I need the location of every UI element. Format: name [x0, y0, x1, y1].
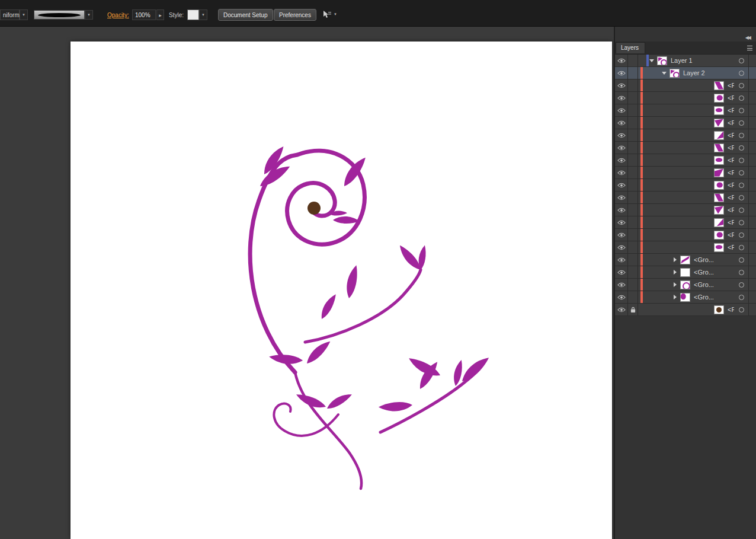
layer-label[interactable]: <Path>	[728, 94, 734, 101]
stroke-profile-chevron-down-icon[interactable]: ▼	[20, 9, 28, 20]
visibility-toggle[interactable]	[615, 179, 628, 191]
layer-label[interactable]: <Path>	[728, 244, 734, 251]
layer-thumbnail[interactable]	[669, 69, 680, 78]
lock-toggle[interactable]	[628, 154, 638, 166]
layer-row-content[interactable]: <Path>	[638, 104, 734, 116]
layer-label[interactable]: <Path>	[728, 169, 734, 176]
layer-label[interactable]: <Path>	[728, 194, 734, 201]
layer-thumbnail[interactable]	[714, 143, 724, 152]
layer-row[interactable]: <Path>	[615, 154, 756, 167]
lock-toggle[interactable]	[628, 254, 638, 266]
opacity-input[interactable]: 100%	[132, 9, 156, 20]
lock-toggle[interactable]	[628, 266, 638, 278]
visibility-toggle[interactable]	[615, 79, 628, 91]
layer-thumbnail[interactable]	[680, 293, 690, 302]
layer-row[interactable]: <Gro...	[615, 254, 756, 266]
target-circle[interactable]	[734, 67, 748, 79]
layer-row-content[interactable]: <Path>	[638, 129, 734, 141]
target-circle[interactable]	[734, 154, 748, 166]
panel-menu-icon[interactable]	[745, 45, 754, 51]
layer-thumbnail[interactable]	[714, 81, 724, 90]
target-circle[interactable]	[734, 266, 748, 278]
select-similar-chevron-down-icon[interactable]: ▼	[334, 12, 337, 16]
layer-thumbnail[interactable]	[714, 106, 724, 115]
stroke-profile-select[interactable]: niform	[0, 9, 20, 20]
layer-row[interactable]: <Path>	[615, 92, 756, 104]
layer-label[interactable]: Layer 2	[683, 69, 705, 76]
layer-row-content[interactable]: <Gro...	[638, 291, 734, 303]
visibility-toggle[interactable]	[615, 254, 628, 266]
visibility-toggle[interactable]	[615, 67, 628, 79]
layer-row-content[interactable]: <Path>	[638, 229, 734, 241]
layer-label[interactable]: <Path>	[728, 181, 734, 189]
visibility-toggle[interactable]	[615, 117, 628, 129]
layer-thumbnail[interactable]	[680, 256, 690, 264]
layer-thumbnail[interactable]	[680, 280, 690, 289]
target-circle[interactable]	[734, 117, 748, 129]
lock-toggle[interactable]	[628, 79, 638, 91]
select-similar-options-button[interactable]	[321, 10, 332, 20]
layer-thumbnail[interactable]	[714, 181, 724, 190]
layer-thumbnail[interactable]	[714, 94, 724, 103]
layer-thumbnail[interactable]	[714, 231, 724, 240]
target-circle[interactable]	[734, 104, 748, 116]
lock-toggle[interactable]	[628, 142, 638, 154]
visibility-toggle[interactable]	[615, 241, 628, 253]
layer-row[interactable]: <Gro...	[615, 291, 756, 304]
layer-thumbnail[interactable]	[714, 156, 724, 165]
layer-label[interactable]: <Path>	[728, 107, 734, 114]
target-circle[interactable]	[734, 241, 748, 253]
visibility-toggle[interactable]	[615, 291, 628, 303]
disclosure-triangle-icon[interactable]	[661, 70, 667, 76]
layer-thumbnail[interactable]	[714, 193, 724, 202]
layer-label[interactable]: Layer 1	[671, 57, 693, 64]
layer-row[interactable]: <Gro...	[615, 279, 756, 291]
visibility-toggle[interactable]	[615, 304, 628, 315]
layer-row[interactable]: <Path>	[615, 104, 756, 117]
visibility-toggle[interactable]	[615, 192, 628, 203]
layer-label[interactable]: <Path>	[728, 306, 734, 313]
disclosure-triangle-icon[interactable]	[672, 294, 678, 300]
layer-row-content[interactable]: Layer 1	[638, 55, 734, 66]
layer-row-content[interactable]: <Path>	[638, 167, 734, 178]
target-circle[interactable]	[734, 167, 748, 178]
tab-layers[interactable]: Layers	[616, 42, 645, 53]
layer-row-content[interactable]: <Gro...	[638, 254, 734, 266]
visibility-toggle[interactable]	[615, 104, 628, 116]
layer-thumbnail[interactable]	[714, 168, 724, 177]
layer-row-content[interactable]: Layer 2	[638, 67, 734, 79]
layer-row[interactable]: <Path>	[615, 204, 756, 216]
target-circle[interactable]	[734, 92, 748, 104]
visibility-toggle[interactable]	[615, 154, 628, 166]
disclosure-triangle-icon[interactable]	[672, 257, 678, 263]
artboard[interactable]	[71, 42, 612, 539]
visibility-toggle[interactable]	[615, 142, 628, 154]
visibility-toggle[interactable]	[615, 266, 628, 278]
style-swatch[interactable]	[187, 9, 199, 20]
disclosure-triangle-icon[interactable]	[672, 282, 678, 288]
layer-row[interactable]: <Path>	[615, 241, 756, 254]
document-setup-button[interactable]: Document Setup	[218, 9, 273, 21]
disclosure-triangle-icon[interactable]	[672, 269, 678, 275]
layer-thumbnail[interactable]	[714, 131, 724, 140]
layer-row-content[interactable]: <Gro...	[638, 279, 734, 291]
target-circle[interactable]	[734, 79, 748, 91]
lock-toggle[interactable]	[628, 291, 638, 303]
layer-row[interactable]: <Path>	[615, 142, 756, 154]
layer-label[interactable]: <Path>	[728, 119, 734, 126]
target-circle[interactable]	[734, 291, 748, 303]
layer-row-content[interactable]: <Path>	[638, 192, 734, 203]
layer-label[interactable]: <Gro...	[694, 281, 714, 288]
visibility-toggle[interactable]	[615, 167, 628, 178]
layer-row-content[interactable]: <Path>	[638, 154, 734, 166]
lock-toggle[interactable]	[628, 192, 638, 203]
layer-row-content[interactable]: <Gro...	[638, 266, 734, 278]
lock-toggle[interactable]	[628, 304, 638, 315]
layer-label[interactable]: <Gro...	[694, 256, 714, 263]
brush-definition-select[interactable]	[34, 10, 85, 20]
visibility-toggle[interactable]	[615, 279, 628, 291]
target-circle[interactable]	[734, 192, 748, 203]
target-circle[interactable]	[734, 216, 748, 228]
layer-row[interactable]: <Path>	[615, 216, 756, 229]
layer-row[interactable]: <Path>	[615, 117, 756, 129]
